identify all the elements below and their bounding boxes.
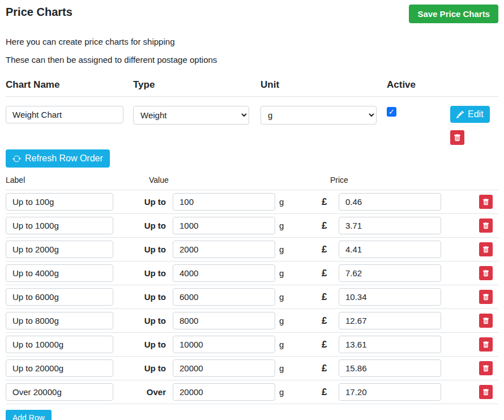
row-label-input[interactable] — [6, 383, 113, 401]
trash-icon — [482, 246, 489, 253]
row-unit: g — [275, 292, 315, 302]
row-comparator: Over — [116, 387, 166, 397]
delete-row-button[interactable] — [479, 266, 493, 280]
rows-header-price: Price — [330, 175, 498, 185]
add-row-button[interactable]: Add Row — [6, 410, 52, 420]
trash-icon — [482, 318, 489, 324]
row-value-input[interactable] — [173, 264, 275, 282]
delete-row-button[interactable] — [479, 195, 493, 209]
delete-row-button[interactable] — [479, 290, 493, 304]
row-currency: £ — [315, 244, 332, 255]
row-unit: g — [275, 268, 315, 278]
row-label-input[interactable] — [6, 312, 113, 329]
pencil-icon — [456, 111, 464, 118]
row-price-input[interactable] — [339, 336, 441, 353]
row-currency: £ — [315, 268, 332, 279]
trash-icon — [482, 222, 489, 229]
trash-icon — [482, 270, 489, 277]
column-header-chart-name: Chart Name — [6, 79, 133, 91]
row-currency: £ — [315, 315, 332, 327]
row-price-input[interactable] — [339, 383, 441, 401]
row-comparator: Up to — [116, 245, 166, 254]
row-value-input[interactable] — [173, 193, 275, 211]
row-currency: £ — [315, 363, 332, 374]
trash-icon — [482, 365, 489, 372]
row-label-input[interactable] — [6, 288, 113, 306]
row-comparator: Up to — [116, 292, 166, 302]
row-price-input[interactable] — [339, 359, 441, 377]
row-label-input[interactable] — [6, 264, 113, 282]
intro-text: Here you can create price charts for shi… — [6, 37, 498, 65]
rows-table-header: Label Value Price — [6, 173, 498, 190]
row-label-input[interactable] — [6, 336, 113, 353]
row-price-input[interactable] — [339, 241, 441, 258]
row-price-input[interactable] — [339, 288, 441, 306]
top-bar: Price Charts Save Price Charts — [6, 5, 498, 23]
chart-table-header: Chart Name Type Unit Active — [6, 75, 498, 97]
refresh-row-order-button[interactable]: Refresh Row Order — [6, 149, 110, 168]
row-unit: g — [275, 221, 315, 230]
row-label-input[interactable] — [6, 359, 113, 377]
row-currency: £ — [315, 292, 332, 303]
row-unit: g — [275, 387, 315, 397]
row-currency: £ — [315, 387, 332, 398]
page-title: Price Charts — [6, 6, 72, 19]
row-value-input[interactable] — [173, 241, 275, 258]
row-label-input[interactable] — [6, 193, 113, 211]
row-price-input[interactable] — [339, 312, 441, 329]
row-currency: £ — [315, 220, 332, 232]
row-value-input[interactable] — [173, 359, 275, 377]
intro-line-2: These can then be assigned to different … — [6, 55, 498, 65]
row-value-input[interactable] — [173, 217, 275, 234]
refresh-button-label: Refresh Row Order — [25, 153, 103, 164]
row-unit: g — [275, 363, 315, 373]
row-value-input[interactable] — [173, 312, 275, 329]
row-comparator: Up to — [116, 197, 166, 207]
price-row: Up to g £ — [6, 308, 498, 332]
delete-row-button[interactable] — [479, 314, 493, 328]
row-label-input[interactable] — [6, 217, 113, 234]
delete-row-button[interactable] — [479, 242, 493, 256]
chart-type-select[interactable]: Weight — [133, 106, 249, 125]
row-comparator: Up to — [116, 221, 166, 230]
rows-header-label: Label — [6, 175, 149, 185]
chart-row: Weight g ✓ Edit — [6, 97, 498, 148]
price-row: Over g £ — [6, 380, 498, 404]
chart-unit-select[interactable]: g — [260, 106, 377, 125]
trash-icon — [482, 294, 489, 301]
price-row: Up to g £ — [6, 332, 498, 356]
row-unit: g — [275, 197, 315, 207]
edit-chart-button[interactable]: Edit — [450, 106, 490, 123]
delete-row-button[interactable] — [479, 385, 493, 399]
row-unit: g — [275, 340, 315, 349]
row-comparator: Up to — [116, 363, 166, 373]
price-row: Up to g £ — [6, 213, 498, 237]
row-price-input[interactable] — [339, 217, 441, 234]
row-comparator: Up to — [116, 316, 166, 325]
trash-icon — [454, 134, 461, 142]
delete-row-button[interactable] — [479, 337, 493, 352]
row-currency: £ — [315, 339, 332, 350]
row-value-input[interactable] — [173, 383, 275, 401]
row-unit: g — [275, 316, 315, 325]
delete-row-button[interactable] — [479, 218, 493, 233]
row-price-input[interactable] — [339, 264, 441, 282]
price-rows-table: Label Value Price Up to g £ Up to — [6, 173, 498, 420]
row-label-input[interactable] — [6, 241, 113, 258]
row-comparator: Up to — [116, 340, 166, 349]
row-value-input[interactable] — [173, 288, 275, 306]
active-checkbox[interactable]: ✓ — [387, 107, 396, 117]
save-price-charts-button[interactable]: Save Price Charts — [409, 5, 498, 23]
row-unit: g — [275, 245, 315, 254]
row-price-input[interactable] — [339, 193, 441, 211]
chart-name-input[interactable] — [6, 106, 123, 123]
row-value-input[interactable] — [173, 336, 275, 353]
delete-row-button[interactable] — [479, 361, 493, 375]
intro-line-1: Here you can create price charts for shi… — [6, 37, 498, 46]
delete-chart-button[interactable] — [450, 130, 464, 145]
row-currency: £ — [315, 196, 332, 208]
column-header-type: Type — [133, 79, 260, 91]
trash-icon — [482, 199, 489, 205]
edit-button-label: Edit — [468, 109, 484, 119]
price-row: Up to g £ — [6, 285, 498, 308]
